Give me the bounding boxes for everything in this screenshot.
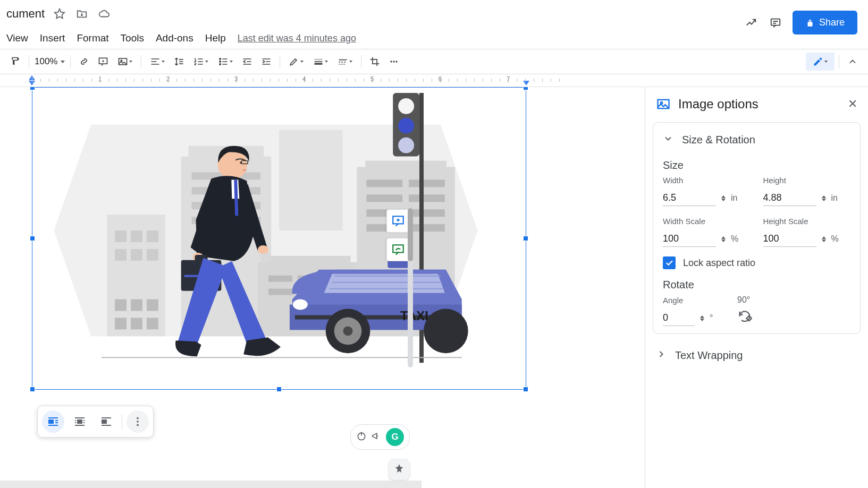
cloud-status-icon[interactable] — [97, 6, 112, 21]
svg-rect-17 — [147, 249, 158, 261]
image-icon[interactable] — [113, 53, 137, 71]
inline-wrap-behind-icon[interactable] — [95, 410, 117, 433]
more-icon[interactable] — [385, 53, 403, 71]
width-scale-stepper[interactable] — [721, 236, 726, 242]
numbered-list-icon[interactable] — [189, 53, 213, 71]
add-comment-side-icon[interactable] — [386, 209, 410, 233]
explore-button-icon[interactable] — [389, 459, 410, 480]
menu-help[interactable]: Help — [205, 32, 226, 44]
svg-rect-36 — [268, 276, 292, 282]
lock-aspect-checkbox[interactable] — [663, 256, 676, 269]
svg-rect-16 — [131, 249, 142, 261]
taxi-label: TAXI — [400, 309, 428, 323]
line-spacing-icon[interactable] — [170, 53, 188, 71]
svg-rect-48 — [409, 194, 445, 202]
svg-point-64 — [293, 299, 308, 310]
image-options-panel: Image options ✕ Size & Rotation Size Wid… — [645, 87, 868, 488]
panel-title: Image options — [678, 97, 759, 112]
width-stepper[interactable] — [721, 195, 726, 201]
rotate-90-icon[interactable] — [737, 316, 752, 326]
bottom-scroll-track[interactable] — [0, 481, 422, 488]
menu-insert[interactable]: Insert — [40, 32, 65, 44]
menu-format[interactable]: Format — [77, 32, 108, 44]
suggest-side-icon[interactable] — [386, 238, 410, 261]
ruler-right-margin-icon[interactable] — [523, 81, 529, 85]
inline-wrap-break-icon[interactable] — [69, 410, 91, 433]
svg-rect-0 — [771, 19, 780, 25]
menu-view[interactable]: View — [6, 32, 28, 44]
share-label: Share — [819, 17, 845, 28]
edit-mode-icon[interactable] — [806, 53, 835, 71]
border-dash-icon[interactable] — [333, 53, 357, 71]
height-scale-unit: % — [831, 234, 839, 244]
grammarly-bar[interactable]: G — [350, 424, 410, 450]
link-icon[interactable] — [75, 53, 93, 71]
width-scale-input[interactable] — [663, 231, 716, 247]
resize-handle-tl[interactable] — [30, 87, 35, 90]
indent-decrease-icon[interactable] — [238, 53, 256, 71]
lock-aspect-label: Lock aspect ratio — [683, 258, 755, 269]
horizontal-ruler[interactable]: 1234567 — [0, 74, 868, 87]
last-edit-link[interactable]: Last edit was 4 minutes ago — [238, 33, 356, 44]
svg-point-73 — [242, 169, 247, 171]
resize-handle-br[interactable] — [523, 387, 528, 392]
star-icon[interactable] — [52, 6, 67, 21]
bullet-list-icon[interactable] — [214, 53, 237, 71]
resize-handle-bc[interactable] — [276, 387, 282, 392]
grammarly-announce-icon[interactable] — [371, 431, 382, 443]
angle-label: Angle — [663, 296, 721, 305]
svg-point-5 — [220, 61, 221, 63]
height-stepper[interactable] — [822, 195, 826, 201]
resize-handle-ml[interactable] — [30, 236, 35, 241]
height-scale-input[interactable] — [763, 231, 816, 247]
svg-rect-18 — [115, 299, 127, 311]
activity-icon[interactable] — [744, 15, 759, 30]
resize-handle-mr[interactable] — [523, 236, 528, 241]
selected-image[interactable]: TAXI — [32, 87, 526, 390]
align-icon[interactable] — [146, 53, 169, 71]
svg-point-68 — [424, 309, 468, 354]
paint-format-icon[interactable] — [6, 53, 24, 71]
indent-increase-icon[interactable] — [257, 53, 275, 71]
height-input[interactable] — [763, 190, 816, 206]
move-folder-icon[interactable] — [74, 6, 89, 21]
grammarly-badge-icon[interactable]: G — [386, 428, 404, 446]
inline-wrap-inline-icon[interactable] — [42, 410, 64, 433]
chevron-down-icon — [663, 133, 673, 147]
doc-title[interactable]: cument — [6, 7, 45, 21]
illustration-content: TAXI — [38, 93, 520, 384]
document-canvas[interactable]: TAXI — [0, 87, 645, 488]
resize-handle-tr[interactable] — [523, 87, 528, 90]
menu-addons[interactable]: Add-ons — [156, 32, 193, 44]
crop-icon[interactable] — [366, 53, 384, 71]
zoom-select[interactable]: 100% — [33, 53, 66, 70]
section-text-wrapping[interactable]: Text Wrapping — [653, 341, 861, 370]
svg-rect-85 — [102, 419, 107, 424]
section-size-rot-label: Size & Rotation — [682, 134, 755, 146]
comments-icon[interactable] — [768, 15, 783, 30]
comment-icon[interactable] — [94, 53, 112, 71]
menu-tools[interactable]: Tools — [121, 32, 144, 44]
svg-rect-44 — [365, 161, 446, 168]
border-weight-icon[interactable] — [309, 53, 332, 71]
height-scale-stepper[interactable] — [822, 236, 826, 242]
border-color-icon[interactable] — [284, 53, 308, 71]
svg-point-9 — [396, 61, 398, 62]
resize-handle-bl[interactable] — [30, 387, 35, 392]
inline-more-icon[interactable] — [127, 410, 149, 433]
svg-point-56 — [398, 118, 414, 134]
angle-input[interactable] — [663, 310, 695, 326]
svg-point-87 — [137, 421, 139, 423]
share-button[interactable]: Share — [793, 11, 857, 35]
width-input[interactable] — [663, 190, 716, 206]
vertical-scrollbar[interactable] — [408, 208, 413, 367]
close-icon[interactable]: ✕ — [848, 97, 857, 111]
svg-rect-83 — [48, 419, 54, 424]
angle-stepper[interactable] — [700, 315, 704, 321]
image-options-icon — [656, 97, 671, 112]
section-size-rotation[interactable]: Size & Rotation — [663, 130, 850, 150]
svg-rect-22 — [131, 318, 142, 329]
collapse-icon[interactable] — [844, 53, 862, 71]
svg-point-88 — [137, 424, 139, 426]
grammarly-power-icon[interactable] — [356, 431, 367, 443]
